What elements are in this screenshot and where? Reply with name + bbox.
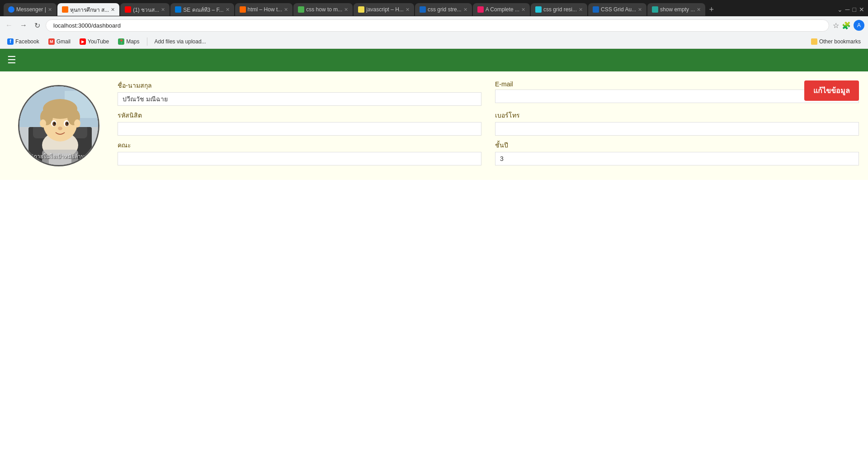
bookmarks-bar: f Facebook M Gmail ▶ YouTube 📍 Maps Add … xyxy=(0,34,868,49)
html-favicon xyxy=(240,6,246,13)
year-input[interactable] xyxy=(495,152,859,165)
bookmark-maps-label: Maps xyxy=(126,38,139,45)
form-section: ชื่อ-นามสกุล E-mail รหัสนิสิต เบอร์โทร ค… xyxy=(118,80,859,171)
tab-complete-close[interactable]: ✕ xyxy=(521,7,525,13)
name-field-group: ชื่อ-นามสกุล xyxy=(118,80,481,106)
faculty-label: คณะ xyxy=(118,140,481,150)
tab-thai[interactable]: หุนการศึกษา ส... ✕ xyxy=(57,3,119,16)
bookmark-star-icon[interactable]: ☆ xyxy=(833,21,839,30)
tab-thai-close[interactable]: ✕ xyxy=(111,7,115,13)
tab-show-label: show empty ... xyxy=(660,6,695,13)
edit-button[interactable]: แก้ไขข้อมูล xyxy=(804,80,859,101)
folder-icon xyxy=(811,38,817,45)
year-label: ชั้นปี xyxy=(495,140,859,150)
complete-favicon xyxy=(477,6,484,13)
tab-bar: Messenger | ✕ หุนการศึกษา ส... ✕ (1) ชวน… xyxy=(0,0,868,16)
tab-yt[interactable]: (1) ชวนส... ✕ xyxy=(120,3,170,16)
bookmark-gmail[interactable]: M Gmail xyxy=(45,38,74,46)
tab-list-button[interactable]: ⌄ xyxy=(837,6,843,13)
other-bookmarks-label: Other bookmarks xyxy=(819,38,861,45)
tab-messenger-close[interactable]: ✕ xyxy=(48,7,52,13)
bookmark-youtube[interactable]: ▶ YouTube xyxy=(76,38,113,46)
forward-button[interactable]: → xyxy=(18,19,29,31)
messenger-favicon xyxy=(8,6,14,13)
maps-favicon: 📍 xyxy=(118,38,124,45)
tab-yt-label: (1) ชวนส... xyxy=(133,5,159,14)
svg-point-17 xyxy=(58,127,62,130)
tab-grid1[interactable]: css grid stre... ✕ xyxy=(415,3,472,16)
grid1-favicon xyxy=(420,6,426,13)
tab-js-close[interactable]: ✕ xyxy=(406,7,410,13)
tab-css1[interactable]: css how to m... ✕ xyxy=(293,3,353,16)
se-favicon xyxy=(175,6,181,13)
tab-messenger-label: Messenger | xyxy=(16,6,46,13)
bookmark-addfiles-label: Add files via upload... xyxy=(155,38,206,45)
address-bar-row: ← → ↻ localhost:3000/dashboard ☆ 🧩 A xyxy=(0,16,868,34)
tab-css1-label: css how to m... xyxy=(306,6,342,13)
other-bookmarks[interactable]: Other bookmarks xyxy=(807,38,864,46)
app-content: ต่ภายในใจเป้าหมัยล้านค์ ชื่อ-นามสกุล E-m… xyxy=(0,71,868,180)
student-id-input[interactable] xyxy=(118,122,481,136)
phone-input[interactable] xyxy=(495,122,859,136)
bookmark-facebook[interactable]: f Facebook xyxy=(4,38,43,46)
tab-grid1-close[interactable]: ✕ xyxy=(463,7,467,13)
svg-point-18 xyxy=(40,119,46,127)
tab-cssau[interactable]: CSS Grid Au... ✕ xyxy=(588,3,646,16)
bookmark-addfiles[interactable]: Add files via upload... xyxy=(151,38,210,46)
tab-css2-close[interactable]: ✕ xyxy=(579,7,583,13)
back-button[interactable]: ← xyxy=(4,19,14,31)
tab-html[interactable]: html – How t... ✕ xyxy=(235,3,293,16)
extensions-icon[interactable]: 🧩 xyxy=(842,21,851,30)
name-label: ชื่อ-นามสกุล xyxy=(118,80,481,90)
avatar-caption: ต่ภายในใจเป้าหมัยล้านค์ xyxy=(19,152,98,160)
reload-button[interactable]: ↻ xyxy=(33,19,42,32)
hamburger-menu[interactable]: ☰ xyxy=(7,54,16,66)
tab-se[interactable]: SE คณส์ที3 – F... ✕ xyxy=(170,3,234,16)
bookmark-facebook-label: Facebook xyxy=(15,38,39,45)
tab-se-close[interactable]: ✕ xyxy=(226,7,230,13)
student-id-field-group: รหัสนิสิต xyxy=(118,110,481,136)
tab-css1-close[interactable]: ✕ xyxy=(344,7,348,13)
student-id-label: รหัสนิสิต xyxy=(118,110,481,120)
svg-point-19 xyxy=(74,119,80,127)
show-favicon xyxy=(652,6,658,13)
minimize-button[interactable]: ─ xyxy=(845,6,850,13)
tab-show[interactable]: show empty ... ✕ xyxy=(647,3,705,16)
tab-messenger[interactable]: Messenger | ✕ xyxy=(4,3,57,16)
close-window-button[interactable]: ✕ xyxy=(859,6,864,13)
bookmarks-right: Other bookmarks xyxy=(807,38,864,46)
bookmark-youtube-label: YouTube xyxy=(88,38,109,45)
tab-complete[interactable]: A Complete ... ✕ xyxy=(473,3,530,16)
avatar-image: ต่ภายในใจเป้าหมัยล้านค์ xyxy=(19,86,98,165)
tab-html-label: html – How t... xyxy=(248,6,283,13)
bookmark-gmail-label: Gmail xyxy=(57,38,71,45)
tab-cssau-close[interactable]: ✕ xyxy=(638,7,642,13)
tab-yt-close[interactable]: ✕ xyxy=(161,7,165,13)
tab-se-label: SE คณส์ที3 – F... xyxy=(183,5,223,14)
year-field-group: ชั้นปี xyxy=(495,140,859,165)
tab-html-close[interactable]: ✕ xyxy=(284,7,288,13)
faculty-field-group: คณะ xyxy=(118,140,481,165)
tab-grid1-label: css grid stre... xyxy=(428,6,462,13)
svg-point-15 xyxy=(54,123,56,125)
phone-label: เบอร์โทร xyxy=(495,110,859,120)
tab-cssau-label: CSS Grid Au... xyxy=(601,6,636,13)
maximize-button[interactable]: □ xyxy=(853,6,856,13)
phone-field-group: เบอร์โทร xyxy=(495,110,859,136)
faculty-input[interactable] xyxy=(118,152,481,165)
tab-css2[interactable]: css grid resi... ✕ xyxy=(531,3,587,16)
tab-show-close[interactable]: ✕ xyxy=(697,7,701,13)
tab-js[interactable]: javascript – H... ✕ xyxy=(354,3,414,16)
address-input[interactable]: localhost:3000/dashboard xyxy=(46,19,829,32)
account-icon[interactable]: A xyxy=(854,20,864,31)
youtube-favicon: ▶ xyxy=(80,38,86,45)
bookmark-maps[interactable]: 📍 Maps xyxy=(114,38,143,46)
svg-point-16 xyxy=(66,123,68,125)
name-input[interactable] xyxy=(118,92,481,106)
address-bar-actions: ☆ 🧩 A xyxy=(833,20,864,31)
css1-favicon xyxy=(298,6,304,13)
cssau-favicon xyxy=(593,6,599,13)
css2-favicon xyxy=(535,6,542,13)
new-tab-button[interactable]: + xyxy=(706,5,717,14)
bookmark-separator xyxy=(147,38,147,46)
